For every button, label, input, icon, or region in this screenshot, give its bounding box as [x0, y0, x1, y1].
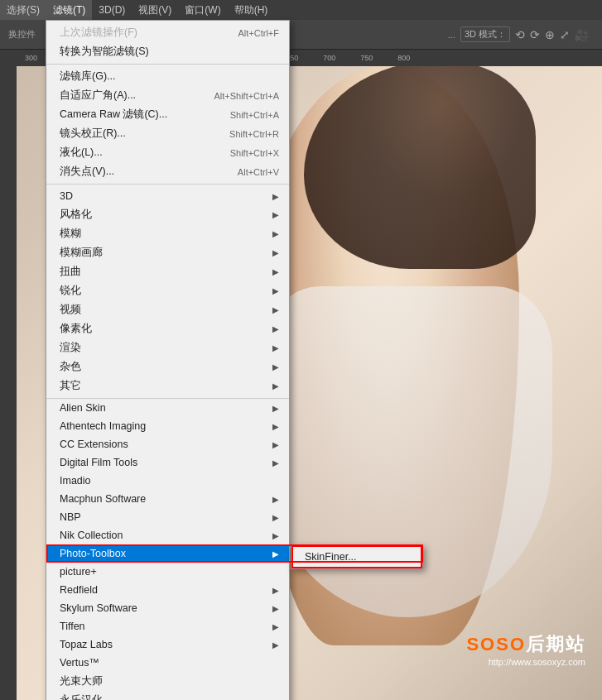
menu-item-redfield[interactable]: Redfield ▶	[46, 581, 289, 599]
menu-item-pixelate[interactable]: 像素化 ▶	[46, 319, 289, 338]
menu-item-render[interactable]: 渲染 ▶	[46, 338, 289, 357]
watermark: SOSO后期站 http://www.sosoxyz.com	[466, 632, 585, 667]
menu-item-picture-plus[interactable]: picture+	[46, 563, 289, 581]
menu-item-yongle[interactable]: 永乐汉化	[46, 691, 289, 700]
menu-item-light-master[interactable]: 光束大师	[46, 672, 289, 691]
toolbar-icon-1[interactable]: ⟲	[515, 28, 525, 41]
menu-item-skylum[interactable]: Skylum Software ▶	[46, 599, 289, 617]
menu-item-vanishing-point[interactable]: 消失点(V)... Alt+Ctrl+V	[46, 162, 289, 181]
menu-item-photo-toolbox[interactable]: Photo-Toolbox ▶	[46, 544, 289, 563]
menu-item-nbp[interactable]: NBP ▶	[46, 508, 289, 526]
menu-item-filter-gallery[interactable]: 滤镜库(G)...	[46, 67, 289, 86]
menu-item-digital-film[interactable]: Digital Film Tools ▶	[46, 453, 289, 472]
menu-item-imadio[interactable]: Imadio	[46, 472, 289, 490]
menu-window[interactable]: 窗口(W)	[178, 0, 227, 20]
menu-item-adaptive-wide[interactable]: 自适应广角(A)... Alt+Shift+Ctrl+A	[46, 86, 289, 105]
menu-item-tiffen[interactable]: Tiffen ▶	[46, 617, 289, 635]
menu-item-sharpen[interactable]: 锐化 ▶	[46, 281, 289, 300]
menu-item-camera-raw[interactable]: Camera Raw 滤镜(C)... Shift+Ctrl+A	[46, 105, 289, 124]
toolbar-3d-mode: 3D 模式：	[460, 26, 510, 42]
menu-item-vertus[interactable]: Vertus™	[46, 654, 289, 672]
menu-section-2: 滤镜库(G)... 自适应广角(A)... Alt+Shift+Ctrl+A C…	[46, 65, 289, 185]
toolbar-exchange-label: 换控件	[5, 28, 39, 41]
menu-item-video[interactable]: 视频 ▶	[46, 300, 289, 319]
menu-item-other[interactable]: 其它 ▶	[46, 376, 289, 396]
menu-item-distort[interactable]: 扭曲 ▶	[46, 262, 289, 281]
menu-item-blur-gallery[interactable]: 模糊画廊 ▶	[46, 243, 289, 262]
watermark-title: SOSO后期站	[466, 632, 585, 657]
menu-item-liquify[interactable]: 液化(L)... Shift+Ctrl+X	[46, 143, 289, 162]
menu-item-lens-correction[interactable]: 镜头校正(R)... Shift+Ctrl+R	[46, 124, 289, 143]
menu-item-last-filter[interactable]: 上次滤镜操作(F) Alt+Ctrl+F	[46, 23, 289, 42]
menu-item-alien-skin[interactable]: Alien Skin ▶	[46, 399, 289, 417]
menu-item-blur[interactable]: 模糊 ▶	[46, 224, 289, 243]
menu-help[interactable]: 帮助(H)	[228, 0, 275, 20]
menu-section-4: Alien Skin ▶ Athentech Imaging ▶ CC Exte…	[46, 399, 289, 700]
menu-view[interactable]: 视图(V)	[132, 0, 178, 20]
menu-item-stylize[interactable]: 风格化 ▶	[46, 205, 289, 224]
menu-item-noise[interactable]: 杂色 ▶	[46, 357, 289, 376]
toolbar-icon-2[interactable]: ⟳	[530, 28, 540, 41]
menu-bar: 选择(S) 滤镜(T) 3D(D) 视图(V) 窗口(W) 帮助(H)	[0, 0, 602, 20]
filter-dropdown-menu: 上次滤镜操作(F) Alt+Ctrl+F 转换为智能滤镜(S) 滤镜库(G)..…	[46, 20, 290, 700]
menu-item-macphun[interactable]: Macphun Software ▶	[46, 490, 289, 508]
photo-toolbox-container: Photo-Toolbox ▶ SkinFiner...	[46, 544, 289, 563]
ruler-corner	[0, 50, 17, 66]
menu-item-topaz[interactable]: Topaz Labs ▶	[46, 635, 289, 654]
toolbar-icon-5[interactable]: 🎥	[575, 28, 589, 41]
watermark-url: http://www.sosoxyz.com	[466, 657, 585, 667]
submenu-item-skinfiner[interactable]: SkinFiner...	[291, 548, 422, 566]
menu-item-nik-collection[interactable]: Nik Collection ▶	[46, 526, 289, 544]
menu-item-3d[interactable]: 3D ▶	[46, 187, 289, 205]
menu-item-convert-smart[interactable]: 转换为智能滤镜(S)	[46, 42, 289, 61]
menu-section-3: 3D ▶ 风格化 ▶ 模糊 ▶ 模糊画廊 ▶ 扭曲 ▶ 锐化 ▶ 视频 ▶ 像素…	[46, 185, 289, 399]
toolbar-dots[interactable]: ...	[448, 30, 455, 40]
menu-filter[interactable]: 滤镜(T)	[46, 0, 92, 20]
ruler-vertical	[0, 50, 17, 700]
toolbar-icon-3[interactable]: ⊕	[545, 28, 555, 41]
menu-item-cc-extensions[interactable]: CC Extensions ▶	[46, 435, 289, 453]
menu-3d[interactable]: 3D(D)	[92, 0, 132, 20]
menu-section-1: 上次滤镜操作(F) Alt+Ctrl+F 转换为智能滤镜(S)	[46, 21, 289, 65]
menu-select[interactable]: 选择(S)	[0, 0, 46, 20]
photo-toolbox-submenu: SkinFiner...	[291, 544, 423, 569]
toolbar-icon-4[interactable]: ⤢	[560, 28, 570, 41]
menu-item-athentech[interactable]: Athentech Imaging ▶	[46, 417, 289, 435]
